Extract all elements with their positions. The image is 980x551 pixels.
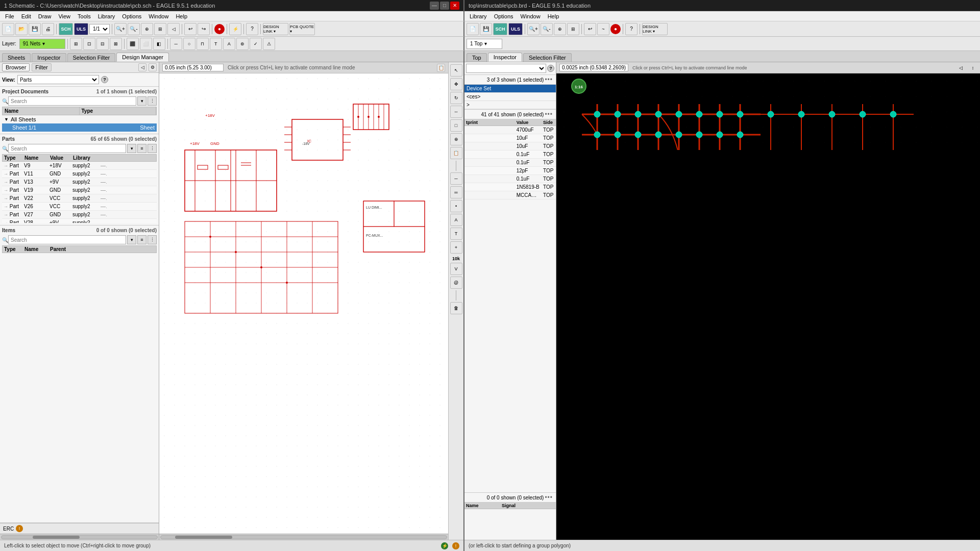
tb-attr[interactable]: A — [223, 38, 235, 50]
tb-drc[interactable]: ✓ — [250, 38, 262, 50]
tb-r-undo[interactable]: ↩ — [584, 23, 596, 35]
search-options-docs[interactable]: ▾ — [137, 96, 146, 106]
pcb-svg[interactable]: -18V -18V 1:16 — [556, 73, 980, 150]
table-row[interactable]: → Part V11 GND supply2 — — [2, 170, 157, 178]
search-more-parts[interactable]: ≡ — [137, 144, 146, 153]
tb-zoom-prev[interactable]: ◁ — [167, 23, 180, 35]
stop-button[interactable]: ● — [214, 24, 225, 34]
table-row[interactable]: → Part V26 VCC supply2 — — [2, 203, 157, 211]
pcb-item2[interactable]: > — [464, 101, 556, 109]
tb-r-design-link[interactable]: DESIGN LINK ▾ — [642, 23, 668, 35]
menu-library[interactable]: Library — [95, 13, 118, 20]
tab-inspector-right[interactable]: Inspector — [488, 53, 522, 62]
menu-view[interactable]: View — [55, 13, 74, 20]
search-more-items[interactable]: ≡ — [137, 235, 146, 244]
close-button-left[interactable]: ✕ — [450, 2, 459, 10]
tb-new[interactable]: 📄 — [2, 23, 14, 35]
tab-inspector[interactable]: Inspector — [32, 53, 66, 62]
tb-gate[interactable]: ⊓ — [197, 38, 209, 50]
table-row[interactable]: 0.1uFTOP — [464, 151, 556, 159]
tb-pcb-quote[interactable]: PCB QUOTE ▾ — [289, 23, 315, 35]
tree-all-sheets[interactable]: ▼ All Sheets — [2, 115, 157, 123]
tb-open[interactable]: 📂 — [15, 23, 28, 35]
pcb-layout-area[interactable]: -18V -18V 1:16 — [556, 73, 980, 151]
sub-tab-filter[interactable]: Filter — [32, 63, 51, 71]
panel-collapse-btn[interactable]: ◁ — [138, 63, 146, 71]
layer-selector[interactable]: 91 Nets ▾ — [19, 39, 65, 49]
tb-sch[interactable]: SCH — [59, 23, 73, 35]
vtb-add[interactable]: + — [450, 241, 462, 254]
tb-zoom-fit[interactable]: ⊕ — [141, 23, 153, 35]
tb-r-ratsnest[interactable]: ~ — [597, 23, 609, 35]
vtb-rotate[interactable]: ↻ — [450, 92, 462, 104]
vtb-junction[interactable]: • — [450, 200, 462, 212]
minimize-button-left[interactable]: — — [430, 2, 439, 10]
vtb-move[interactable]: ✥ — [450, 78, 462, 90]
table-row[interactable]: → Part V19 GND supply2 — — [2, 186, 157, 194]
schematic-svg[interactable]: +18V GND — [159, 73, 448, 540]
vtb-copy[interactable]: ⊕ — [450, 133, 462, 145]
vtb-paste[interactable]: 📋 — [450, 147, 462, 159]
search-input-parts[interactable] — [8, 144, 126, 153]
table-row[interactable]: MCCAD.DTOP — [464, 191, 556, 199]
tb-undo[interactable]: ↩ — [184, 23, 197, 35]
tb-r-sch[interactable]: SCH — [493, 23, 507, 35]
tb-r-zoom-out[interactable]: 🔍- — [541, 23, 553, 35]
tb-ulp[interactable]: ULS — [74, 23, 88, 35]
vtb-mirror[interactable]: ↔ — [450, 106, 462, 118]
vtb-wire[interactable]: ─ — [450, 172, 462, 185]
vtb-delete[interactable]: 🗑 — [450, 302, 462, 314]
tb-r-zoom-sel[interactable]: ⊞ — [567, 23, 579, 35]
table-row[interactable]: 1N5819-BTOP — [464, 183, 556, 191]
menu-edit[interactable]: Edit — [18, 13, 34, 20]
sheet-select[interactable]: 1/1 — [89, 24, 110, 34]
pcb-canvas[interactable]: 0.0025 inch (0.5348 2.2609) Click or pre… — [556, 62, 980, 540]
tb-view-mode2[interactable]: ⬜ — [140, 38, 152, 50]
tb-text[interactable]: T — [210, 38, 222, 50]
tree-sheet-1[interactable]: Sheet 1/1 Sheet — [2, 123, 157, 132]
search-input-docs[interactable] — [8, 96, 136, 106]
tb-grid[interactable]: ⊞ — [70, 38, 82, 50]
menu-help[interactable]: Help — [173, 13, 190, 20]
vtb-bus[interactable]: ═ — [450, 186, 462, 198]
menu-right-library[interactable]: Library — [467, 13, 490, 20]
table-row[interactable]: 4700uFTOP — [464, 126, 556, 134]
vtb-select[interactable]: ↖ — [450, 64, 462, 77]
table-row[interactable]: → Part V22 VCC supply2 — — [2, 194, 157, 203]
stop-button-right[interactable]: ● — [610, 24, 621, 34]
view-help-btn[interactable]: ? — [101, 76, 108, 83]
vtb-attr[interactable]: @ — [450, 277, 462, 289]
tb-redo[interactable]: ↪ — [198, 23, 210, 35]
tab-selection-filter-right[interactable]: Selection Filter — [523, 53, 572, 62]
schematic-canvas[interactable]: 0.05 inch (5.25 3.00) Click or press Ctr… — [159, 62, 448, 540]
tb-r-help[interactable]: ? — [625, 23, 638, 35]
tb-r-new[interactable]: 📄 — [467, 23, 479, 35]
menu-tools[interactable]: Tools — [75, 13, 94, 20]
table-row[interactable]: 10uFTOP — [464, 142, 556, 151]
tab-sheets[interactable]: Sheets — [2, 53, 31, 62]
coord-collapse-right[interactable]: ◁ — [957, 64, 965, 72]
schematic-view[interactable]: +18V GND — [159, 73, 448, 540]
search-options-items[interactable]: ▾ — [127, 235, 136, 244]
menu-window[interactable]: Window — [145, 13, 172, 20]
pcb-signals-dots[interactable]: ••• — [544, 494, 554, 501]
h-scroll-panel[interactable] — [0, 534, 159, 540]
table-row[interactable]: 12pFTOP — [464, 167, 556, 175]
pcb-parts-dots[interactable]: ••• — [544, 111, 554, 118]
tb-r-save[interactable]: 💾 — [480, 23, 492, 35]
search-dots-parts[interactable]: ⋮ — [148, 144, 157, 153]
table-row[interactable]: 10uFTOP — [464, 134, 556, 142]
tb-erc[interactable]: ⚠ — [263, 38, 275, 50]
tb-r-ulp[interactable]: ULS — [508, 23, 523, 35]
pcb-help-btn[interactable]: ? — [547, 65, 554, 72]
vtb-value[interactable]: V — [450, 263, 462, 275]
tab-top[interactable]: Top — [467, 53, 487, 62]
menu-right-window[interactable]: Window — [518, 13, 544, 20]
pcb-three-dots[interactable]: ••• — [544, 76, 554, 83]
tb-save[interactable]: 💾 — [29, 23, 41, 35]
sub-tab-browser[interactable]: Browser — [2, 63, 30, 71]
tab-design-manager[interactable]: Design Manager — [116, 53, 169, 62]
tb-grid2[interactable]: ⊡ — [83, 38, 95, 50]
tb-r-zoom-fit[interactable]: ⊕ — [554, 23, 566, 35]
table-row[interactable]: → Part V13 +9V supply2 — — [2, 178, 157, 186]
